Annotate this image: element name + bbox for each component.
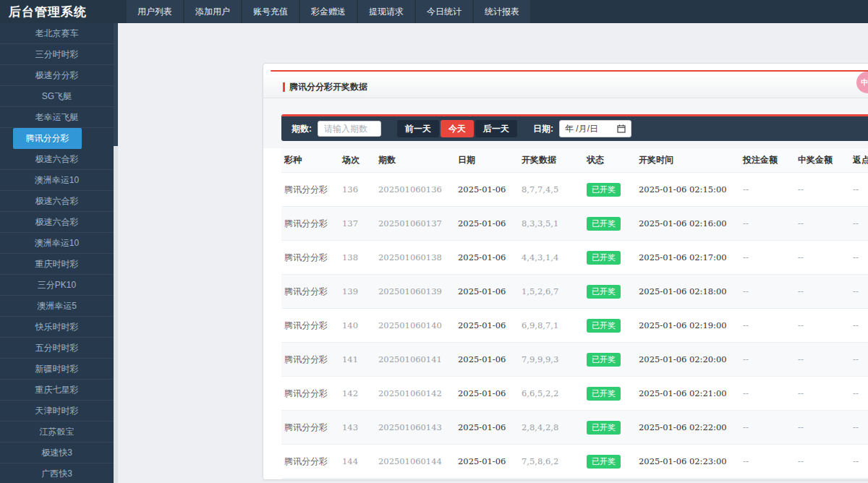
day-button-group: 前一天 今天 后一天 (397, 120, 519, 137)
column-header: 状态 (584, 148, 636, 173)
cell-rebate: -- (850, 173, 868, 207)
table-row: 腾讯分分彩1392025010601392025-01-061,5,2,6,7已… (281, 275, 868, 309)
sidebar-item-极速六合彩[interactable]: 极速六合彩 (0, 149, 114, 170)
cell-date: 2025-01-06 (455, 241, 519, 275)
sidebar-item-澳洲幸运10[interactable]: 澳洲幸运10 (0, 233, 114, 254)
cell-bet: -- (740, 241, 795, 275)
status-badge: 已开奖 (587, 455, 621, 469)
cell-issue: 202501060144 (375, 445, 455, 479)
cell-status: 已开奖 (584, 479, 636, 481)
nav-item-账号充值[interactable]: 账号充值 (242, 0, 299, 23)
sidebar-item-三分PK10[interactable]: 三分PK10 (0, 275, 114, 296)
cell-session: 139 (339, 275, 375, 309)
cell-win: -- (795, 377, 850, 411)
cell-issue: 202501060136 (375, 173, 455, 207)
sidebar-item-老北京赛车[interactable]: 老北京赛车 (0, 23, 114, 44)
cell-status: 已开奖 (584, 309, 636, 343)
cell-lottery: 腾讯分分彩 (281, 343, 339, 377)
cell-date: 2025-01-06 (455, 309, 519, 343)
date-placeholder: 年 /月/日 (565, 123, 598, 135)
cell-lottery: 腾讯分分彩 (281, 241, 339, 275)
cell-status: 已开奖 (584, 241, 636, 275)
next-day-button[interactable]: 后一天 (475, 120, 517, 137)
sidebar-item-广西快3[interactable]: 广西快3 (0, 463, 114, 483)
nav-item-提现请求[interactable]: 提现请求 (358, 0, 414, 23)
table-row: 腾讯分分彩1362025010601362025-01-068,7,7,4,5已… (281, 173, 868, 207)
nav-item-用户列表[interactable]: 用户列表 (127, 0, 183, 23)
cell-time: 2025-01-06 02:22:00 (636, 411, 740, 445)
prev-day-button[interactable]: 前一天 (397, 120, 439, 137)
today-button[interactable]: 今天 (441, 120, 474, 137)
issue-input[interactable] (318, 121, 381, 137)
status-badge: 已开奖 (587, 251, 621, 265)
cell-time: 2025-01-06 02:19:00 (636, 309, 740, 343)
cell-issue: 202501060137 (375, 207, 455, 241)
sidebar-item-江苏骰宝[interactable]: 江苏骰宝 (0, 422, 114, 443)
cell-numbers: 8,7,7,4,5 (519, 173, 584, 207)
sidebar-item-重庆时时彩[interactable]: 重庆时时彩 (0, 254, 114, 275)
cell-numbers: 6,6,5,2,2 (519, 377, 584, 411)
sidebar-item-SG飞艇[interactable]: SG飞艇 (0, 86, 114, 107)
cell-rebate: -- (850, 309, 868, 343)
cell-session: 141 (339, 343, 375, 377)
cell-rebate: -- (850, 241, 868, 275)
cell-win: -- (795, 309, 850, 343)
sidebar-item-腾讯分分彩[interactable]: 腾讯分分彩 (13, 128, 82, 149)
sidebar-item-澳洲幸运10[interactable]: 澳洲幸运10 (0, 170, 114, 191)
cell-lottery: 腾讯分分彩 (281, 377, 339, 411)
sidebar-item-极速分分彩[interactable]: 极速分分彩 (0, 65, 114, 86)
sidebar-item-极速六合彩[interactable]: 极速六合彩 (0, 212, 114, 233)
cell-date: 2025-01-06 (455, 479, 519, 481)
sidebar-item-三分时时彩[interactable]: 三分时时彩 (0, 44, 114, 65)
cell-session: 140 (339, 309, 375, 343)
column-header: 场次 (339, 148, 375, 173)
cell-session: 137 (339, 207, 375, 241)
cell-session: 142 (339, 377, 375, 411)
table-row: 腾讯分分彩1372025010601372025-01-068,3,3,5,1已… (281, 207, 868, 241)
sidebar-scrollbar-thumb[interactable] (114, 23, 118, 146)
cell-numbers: 7,9,9,9,3 (519, 343, 584, 377)
cell-numbers: 1,5,2,6,7 (519, 275, 584, 309)
sidebar-item-老幸运飞艇[interactable]: 老幸运飞艇 (0, 107, 114, 128)
sidebar-scrollbar[interactable] (114, 23, 118, 483)
sidebar-item-新疆时时彩[interactable]: 新疆时时彩 (0, 359, 114, 380)
nav-item-今日统计[interactable]: 今日统计 (416, 0, 472, 23)
sidebar-item-快乐时时彩[interactable]: 快乐时时彩 (0, 317, 114, 338)
cell-win: -- (795, 241, 850, 275)
sidebar-item-极速六合彩[interactable]: 极速六合彩 (0, 191, 114, 212)
cell-rebate: -- (850, 411, 868, 445)
sidebar-item-重庆七星彩[interactable]: 重庆七星彩 (0, 380, 114, 401)
date-label: 日期: (533, 123, 553, 135)
status-badge: 已开奖 (587, 183, 621, 197)
table-row: 腾讯分分彩1432025010601432025-01-062,8,4,2,8已… (281, 411, 868, 445)
nav-item-彩金赠送[interactable]: 彩金赠送 (300, 0, 357, 23)
sidebar-item-天津时时彩[interactable]: 天津时时彩 (0, 401, 114, 422)
panel-title: 腾讯分分彩开奖数据 (289, 81, 367, 93)
issue-label: 期数: (292, 123, 312, 135)
card-top-accent (271, 70, 868, 72)
date-picker[interactable]: 年 /月/日 (559, 120, 631, 137)
title-accent-bar (283, 82, 285, 92)
column-header: 中奖金额 (795, 148, 850, 173)
nav-item-添加用户[interactable]: 添加用户 (184, 0, 241, 23)
sidebar-item-澳洲幸运5[interactable]: 澳洲幸运5 (0, 296, 114, 317)
cell-status: 已开奖 (584, 445, 636, 479)
cell-date: 2025-01-06 (455, 207, 519, 241)
cell-rebate: -- (850, 275, 868, 309)
cell-time: 2025-01-06 02:16:00 (636, 207, 740, 241)
cell-status: 已开奖 (584, 275, 636, 309)
cell-time: 2025-01-06 02:21:00 (636, 377, 740, 411)
cell-win: -- (795, 173, 850, 207)
sidebar-item-五分时时彩[interactable]: 五分时时彩 (0, 338, 114, 359)
column-header: 开奖时间 (636, 148, 740, 173)
status-badge: 已开奖 (587, 387, 621, 401)
sidebar-item-极速快3[interactable]: 极速快3 (0, 443, 114, 463)
calendar-icon (617, 124, 626, 133)
cell-rebate: -- (850, 445, 868, 479)
cell-bet: -- (740, 173, 795, 207)
cell-bet: -- (740, 377, 795, 411)
column-header: 彩种 (281, 148, 339, 173)
nav-item-统计报表[interactable]: 统计报表 (474, 0, 530, 23)
cell-time: 2025-01-06 02:20:00 (636, 343, 740, 377)
table-row: 腾讯分分彩1422025010601422025-01-066,6,5,2,2已… (281, 377, 868, 411)
